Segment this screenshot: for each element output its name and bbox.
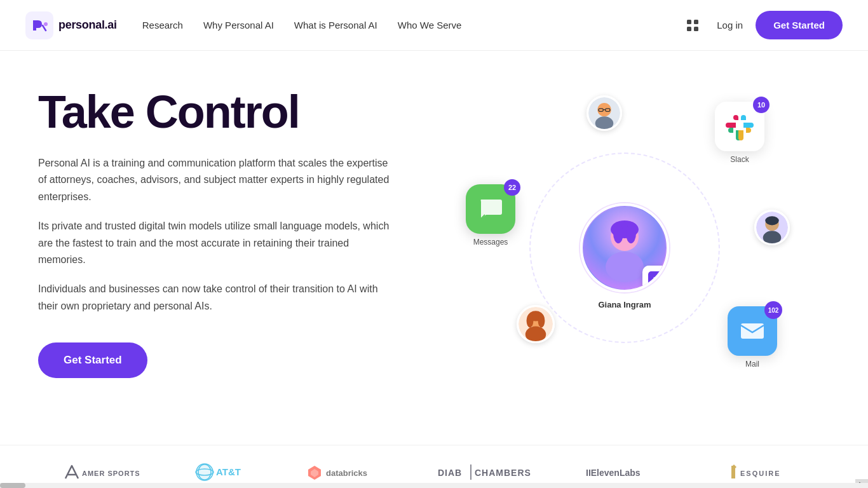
avatar-top bbox=[587, 95, 622, 131]
messages-badge: 22 bbox=[504, 179, 520, 196]
hero-desc-2: Its private and trusted digital twin mod… bbox=[38, 218, 394, 268]
svg-point-27 bbox=[526, 327, 546, 342]
get-started-button-hero[interactable]: Get Started bbox=[38, 342, 147, 378]
slack-label: Slack bbox=[730, 155, 749, 164]
logo[interactable]: personal.ai bbox=[25, 11, 117, 39]
orbit-container: AI Giana Ingram bbox=[466, 89, 783, 407]
svg-point-30 bbox=[538, 314, 545, 328]
log-in-link[interactable]: Log in bbox=[717, 20, 743, 30]
mail-item: 102 Mail bbox=[728, 306, 777, 369]
nav-link-why[interactable]: Why Personal AI bbox=[203, 20, 274, 30]
scrollbar-bottom[interactable] bbox=[0, 483, 868, 488]
hero-left: Take Control Personal AI is a training a… bbox=[38, 89, 394, 378]
svg-rect-2 bbox=[687, 20, 691, 24]
messages-card: 22 bbox=[466, 184, 515, 234]
svg-point-23 bbox=[763, 231, 782, 244]
logo-att: AT&T bbox=[193, 461, 250, 484]
messages-item: 22 Messages bbox=[466, 184, 515, 247]
hero-title: Take Control bbox=[38, 89, 394, 135]
svg-text:DIAB: DIAB bbox=[438, 468, 462, 478]
hero-illustration: AI Giana Ingram bbox=[419, 89, 830, 419]
logo-icon bbox=[25, 11, 53, 39]
avatar-right bbox=[754, 210, 790, 245]
nav-link-who[interactable]: Who We Serve bbox=[398, 20, 462, 30]
logos-strip: AMER SPORTS AT&T databricks DIAB CHAMBER… bbox=[0, 445, 868, 488]
grid-icon[interactable] bbox=[681, 14, 704, 37]
svg-text:ESQUIRE: ESQUIRE bbox=[740, 470, 781, 477]
logo-diab-chambers: DIAB CHAMBERS bbox=[438, 461, 533, 484]
mail-label: Mail bbox=[745, 360, 759, 369]
logo-esquire: ESQUIRE bbox=[728, 461, 810, 484]
avatar-bottom-left bbox=[517, 305, 555, 343]
svg-point-1 bbox=[44, 22, 48, 26]
slack-card: 10 bbox=[715, 102, 764, 151]
svg-rect-3 bbox=[694, 20, 698, 24]
svg-rect-5 bbox=[694, 27, 698, 31]
navbar: personal.ai Research Why Personal AI Wha… bbox=[0, 0, 868, 51]
svg-rect-14 bbox=[741, 323, 764, 339]
logo-text: personal.ai bbox=[58, 18, 117, 32]
svg-rect-4 bbox=[687, 27, 691, 31]
svg-point-11 bbox=[626, 223, 636, 243]
svg-point-10 bbox=[613, 223, 623, 243]
svg-point-29 bbox=[527, 314, 534, 328]
svg-text:CHAMBERS: CHAMBERS bbox=[475, 468, 531, 478]
get-started-button-nav[interactable]: Get Started bbox=[756, 11, 843, 39]
hero-desc-3: Individuals and businesses can now take … bbox=[38, 281, 394, 315]
nav-link-research[interactable]: Research bbox=[142, 20, 183, 30]
ai-badge: AI bbox=[642, 266, 668, 291]
center-avatar: AI bbox=[580, 203, 669, 292]
logo-elevenlabs: IIElevenLabs bbox=[586, 461, 675, 484]
svg-text:AMER SPORTS: AMER SPORTS bbox=[82, 470, 140, 477]
svg-text:AT&T: AT&T bbox=[216, 466, 241, 477]
scrollbar-thumb[interactable] bbox=[0, 483, 25, 488]
nav-left: personal.ai Research Why Personal AI Wha… bbox=[25, 11, 461, 39]
nav-link-what[interactable]: What is Personal AI bbox=[294, 20, 377, 30]
svg-point-8 bbox=[606, 252, 644, 282]
logo-databricks: databricks bbox=[303, 461, 386, 484]
slack-item: 10 Slack bbox=[715, 102, 764, 164]
nav-right: Log in Get Started bbox=[681, 11, 843, 39]
svg-point-24 bbox=[765, 216, 778, 225]
mail-badge: 102 bbox=[764, 301, 782, 319]
svg-text:databricks: databricks bbox=[326, 468, 367, 478]
nav-links: Research Why Personal AI What is Persona… bbox=[142, 20, 462, 31]
slack-badge: 10 bbox=[753, 97, 770, 113]
hero-section: Take Control Personal AI is a training a… bbox=[0, 51, 868, 445]
center-person-name: Giana Ingram bbox=[598, 300, 651, 309]
logo-amer-sports: AMER SPORTS bbox=[58, 461, 140, 484]
svg-text:IIElevenLabs: IIElevenLabs bbox=[586, 468, 641, 478]
messages-label: Messages bbox=[473, 238, 508, 247]
svg-text:AI: AI bbox=[653, 276, 658, 282]
mail-card: 102 bbox=[728, 306, 777, 356]
svg-point-17 bbox=[595, 116, 614, 130]
hero-desc-1: Personal AI is a training and communicat… bbox=[38, 155, 394, 205]
